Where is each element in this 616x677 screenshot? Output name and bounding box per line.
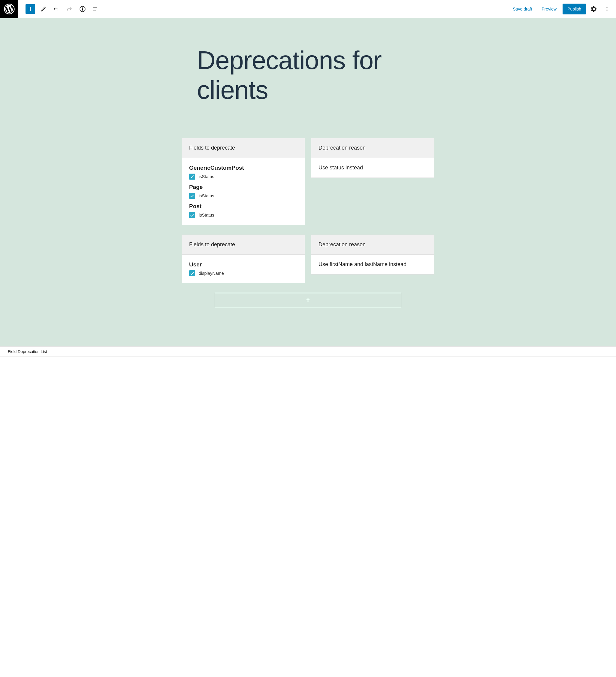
- field-name: isStatus: [199, 193, 214, 198]
- check-icon: [190, 213, 194, 218]
- card-body: Use firstName and lastName instead: [311, 255, 434, 274]
- field-checkbox[interactable]: [189, 212, 195, 218]
- type-name: User: [189, 261, 297, 268]
- more-vertical-icon: [603, 5, 611, 13]
- svg-point-2: [606, 7, 607, 7]
- block-breadcrumb: Field Deprecation List: [0, 346, 616, 357]
- publish-button[interactable]: Publish: [563, 4, 586, 14]
- field-row: displayName: [189, 270, 297, 276]
- type-block: PostisStatus: [189, 203, 297, 218]
- pencil-icon: [39, 5, 47, 13]
- gear-icon: [590, 5, 598, 13]
- check-icon: [190, 271, 194, 276]
- type-block: GenericCustomPostisStatus: [189, 165, 297, 180]
- list-view-icon: [92, 5, 99, 13]
- fields-card[interactable]: Fields to deprecateGenericCustomPostisSt…: [182, 138, 305, 225]
- breadcrumb-item[interactable]: Field Deprecation List: [8, 349, 47, 354]
- svg-point-3: [606, 8, 607, 9]
- post-title[interactable]: Deprecations for clients: [197, 45, 419, 105]
- details-button[interactable]: [77, 4, 88, 14]
- card-header: Deprecation reason: [311, 138, 434, 158]
- card-header: Fields to deprecate: [182, 138, 305, 158]
- reason-text[interactable]: Use status instead: [319, 165, 427, 171]
- fields-card[interactable]: Fields to deprecateUserdisplayName: [182, 235, 305, 283]
- wordpress-logo-button[interactable]: [0, 0, 18, 18]
- type-name: Page: [189, 184, 297, 190]
- type-block: PageisStatus: [189, 184, 297, 199]
- settings-button[interactable]: [588, 4, 599, 14]
- field-name: isStatus: [199, 213, 214, 218]
- redo-icon: [66, 5, 73, 13]
- field-checkbox[interactable]: [189, 193, 195, 199]
- card-header: Fields to deprecate: [182, 235, 305, 255]
- editor-toolbar: Save draft Preview Publish: [0, 0, 616, 18]
- toolbar-right-group: Save draft Preview Publish: [509, 4, 616, 14]
- more-options-button[interactable]: [602, 4, 612, 14]
- undo-icon: [52, 5, 60, 13]
- type-name: GenericCustomPost: [189, 165, 297, 171]
- reason-card[interactable]: Deprecation reasonUse firstName and last…: [311, 235, 434, 274]
- editor-canvas: Deprecations for clients Fields to depre…: [0, 18, 616, 346]
- redo-button[interactable]: [64, 4, 75, 14]
- svg-point-4: [606, 10, 607, 11]
- field-checkbox[interactable]: [189, 270, 195, 276]
- undo-button[interactable]: [51, 4, 61, 14]
- check-icon: [190, 193, 194, 198]
- reason-text[interactable]: Use firstName and lastName instead: [319, 261, 427, 268]
- field-row: isStatus: [189, 174, 297, 180]
- check-icon: [190, 174, 194, 179]
- field-row: isStatus: [189, 212, 297, 218]
- deprecation-entry: Fields to deprecateGenericCustomPostisSt…: [182, 138, 434, 225]
- plus-icon: [27, 5, 34, 13]
- field-name: isStatus: [199, 174, 214, 179]
- field-row: isStatus: [189, 193, 297, 199]
- card-header: Deprecation reason: [311, 235, 434, 255]
- field-checkbox[interactable]: [189, 174, 195, 180]
- field-name: displayName: [199, 271, 224, 276]
- save-draft-button[interactable]: Save draft: [509, 4, 535, 14]
- preview-button[interactable]: Preview: [538, 4, 560, 14]
- add-block-button[interactable]: [26, 4, 35, 14]
- card-body: UserdisplayName: [182, 255, 305, 283]
- plus-icon: [304, 297, 312, 304]
- toolbar-left-group: [18, 4, 101, 14]
- card-body: GenericCustomPostisStatusPageisStatusPos…: [182, 158, 305, 225]
- card-body: Use status instead: [311, 158, 434, 178]
- type-block: UserdisplayName: [189, 261, 297, 276]
- reason-card[interactable]: Deprecation reasonUse status instead: [311, 138, 434, 178]
- wordpress-icon: [4, 4, 15, 14]
- outline-button[interactable]: [90, 4, 101, 14]
- tools-button[interactable]: [38, 4, 48, 14]
- block-appender[interactable]: [215, 293, 401, 307]
- type-name: Post: [189, 203, 297, 210]
- deprecation-entry: Fields to deprecateUserdisplayNameDeprec…: [182, 235, 434, 283]
- info-icon: [79, 5, 86, 13]
